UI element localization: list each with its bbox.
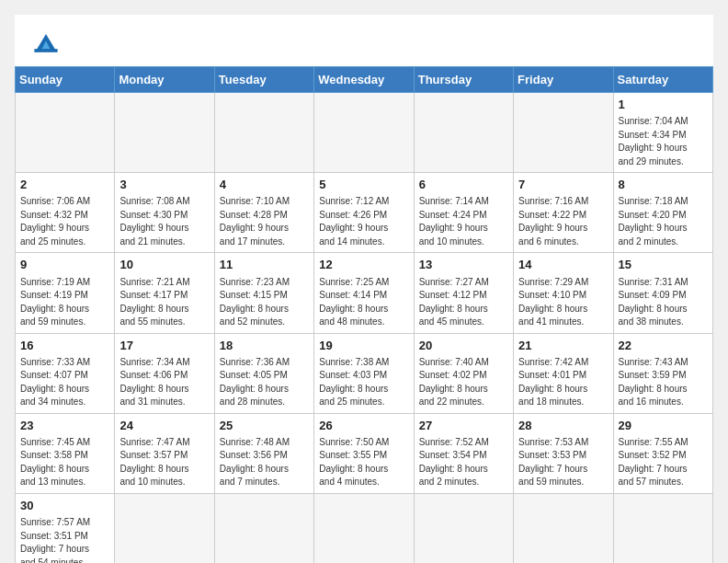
day-number: 4 (220, 177, 309, 193)
day-number: 29 (619, 418, 708, 434)
day-info: Sunrise: 7:06 AM Sunset: 4:32 PM Dayligh… (20, 195, 109, 248)
calendar-cell: 17Sunrise: 7:34 AM Sunset: 4:06 PM Dayli… (115, 333, 214, 413)
calendar-cell: 11Sunrise: 7:23 AM Sunset: 4:15 PM Dayli… (214, 253, 313, 333)
day-info: Sunrise: 7:52 AM Sunset: 3:54 PM Dayligh… (419, 436, 508, 489)
calendar-cell: 19Sunrise: 7:38 AM Sunset: 4:03 PM Dayli… (314, 333, 414, 413)
day-number: 11 (220, 257, 309, 273)
day-info: Sunrise: 7:43 AM Sunset: 3:59 PM Dayligh… (619, 356, 708, 409)
day-info: Sunrise: 7:21 AM Sunset: 4:17 PM Dayligh… (119, 276, 209, 329)
calendar-cell: 15Sunrise: 7:31 AM Sunset: 4:09 PM Dayli… (613, 253, 712, 333)
day-number: 1 (619, 97, 708, 113)
calendar-header-row: SundayMondayTuesdayWednesdayThursdayFrid… (16, 67, 713, 93)
weekday-header-thursday: Thursday (414, 67, 513, 93)
day-info: Sunrise: 7:27 AM Sunset: 4:12 PM Dayligh… (419, 276, 508, 329)
day-info: Sunrise: 7:31 AM Sunset: 4:09 PM Dayligh… (619, 276, 708, 329)
weekday-header-tuesday: Tuesday (214, 67, 313, 93)
day-info: Sunrise: 7:23 AM Sunset: 4:15 PM Dayligh… (220, 276, 309, 329)
day-info: Sunrise: 7:55 AM Sunset: 3:52 PM Dayligh… (619, 436, 708, 489)
day-number: 10 (119, 257, 209, 273)
calendar-cell (414, 93, 513, 173)
day-number: 8 (619, 177, 708, 193)
calendar-week-3: 9Sunrise: 7:19 AM Sunset: 4:19 PM Daylig… (16, 253, 713, 333)
calendar-cell: 21Sunrise: 7:42 AM Sunset: 4:01 PM Dayli… (514, 333, 613, 413)
calendar-cell (514, 493, 613, 563)
day-number: 20 (419, 338, 508, 354)
calendar-cell: 24Sunrise: 7:47 AM Sunset: 3:57 PM Dayli… (115, 413, 214, 493)
day-info: Sunrise: 7:57 AM Sunset: 3:51 PM Dayligh… (20, 516, 109, 563)
day-number: 13 (419, 257, 508, 273)
svg-rect-2 (34, 49, 57, 52)
calendar-cell (115, 493, 214, 563)
calendar-cell: 5Sunrise: 7:12 AM Sunset: 4:26 PM Daylig… (314, 173, 414, 253)
day-info: Sunrise: 7:36 AM Sunset: 4:05 PM Dayligh… (220, 356, 309, 409)
generalblue-logo-icon (29, 26, 63, 59)
day-number: 2 (20, 177, 109, 193)
weekday-header-saturday: Saturday (613, 67, 712, 93)
calendar-cell: 10Sunrise: 7:21 AM Sunset: 4:17 PM Dayli… (115, 253, 214, 333)
day-number: 22 (619, 338, 708, 354)
page: SundayMondayTuesdayWednesdayThursdayFrid… (15, 15, 713, 563)
calendar-cell: 13Sunrise: 7:27 AM Sunset: 4:12 PM Dayli… (414, 253, 513, 333)
day-number: 16 (20, 338, 109, 354)
day-number: 12 (319, 257, 408, 273)
day-number: 14 (518, 257, 608, 273)
weekday-header-sunday: Sunday (16, 67, 115, 93)
day-info: Sunrise: 7:33 AM Sunset: 4:07 PM Dayligh… (20, 356, 109, 409)
calendar-cell: 27Sunrise: 7:52 AM Sunset: 3:54 PM Dayli… (414, 413, 513, 493)
calendar-cell (514, 93, 613, 173)
day-number: 25 (220, 418, 309, 434)
day-number: 3 (119, 177, 209, 193)
calendar-cell: 25Sunrise: 7:48 AM Sunset: 3:56 PM Dayli… (214, 413, 313, 493)
day-info: Sunrise: 7:08 AM Sunset: 4:30 PM Dayligh… (119, 195, 209, 248)
calendar-cell: 23Sunrise: 7:45 AM Sunset: 3:58 PM Dayli… (16, 413, 115, 493)
calendar-cell: 22Sunrise: 7:43 AM Sunset: 3:59 PM Dayli… (613, 333, 712, 413)
day-info: Sunrise: 7:47 AM Sunset: 3:57 PM Dayligh… (119, 436, 209, 489)
calendar-cell: 18Sunrise: 7:36 AM Sunset: 4:05 PM Dayli… (214, 333, 313, 413)
calendar-table: SundayMondayTuesdayWednesdayThursdayFrid… (15, 66, 713, 563)
calendar-cell (214, 493, 313, 563)
calendar-cell: 14Sunrise: 7:29 AM Sunset: 4:10 PM Dayli… (514, 253, 613, 333)
calendar-cell: 4Sunrise: 7:10 AM Sunset: 4:28 PM Daylig… (214, 173, 313, 253)
calendar-cell (16, 93, 115, 173)
day-info: Sunrise: 7:16 AM Sunset: 4:22 PM Dayligh… (518, 195, 608, 248)
calendar-cell (414, 493, 513, 563)
day-number: 6 (419, 177, 508, 193)
day-number: 30 (20, 498, 109, 514)
header (15, 15, 713, 66)
day-number: 27 (419, 418, 508, 434)
day-number: 19 (319, 338, 408, 354)
calendar-cell: 6Sunrise: 7:14 AM Sunset: 4:24 PM Daylig… (414, 173, 513, 253)
calendar-cell: 8Sunrise: 7:18 AM Sunset: 4:20 PM Daylig… (613, 173, 712, 253)
calendar-week-1: 1Sunrise: 7:04 AM Sunset: 4:34 PM Daylig… (16, 93, 713, 173)
day-number: 28 (518, 418, 608, 434)
day-info: Sunrise: 7:04 AM Sunset: 4:34 PM Dayligh… (619, 115, 708, 168)
day-info: Sunrise: 7:19 AM Sunset: 4:19 PM Dayligh… (20, 276, 109, 329)
day-info: Sunrise: 7:25 AM Sunset: 4:14 PM Dayligh… (319, 276, 408, 329)
calendar-week-6: 30Sunrise: 7:57 AM Sunset: 3:51 PM Dayli… (16, 493, 713, 563)
day-number: 21 (518, 338, 608, 354)
calendar-cell (214, 93, 313, 173)
day-info: Sunrise: 7:18 AM Sunset: 4:20 PM Dayligh… (619, 195, 708, 248)
calendar-cell: 20Sunrise: 7:40 AM Sunset: 4:02 PM Dayli… (414, 333, 513, 413)
calendar-cell: 3Sunrise: 7:08 AM Sunset: 4:30 PM Daylig… (115, 173, 214, 253)
day-info: Sunrise: 7:38 AM Sunset: 4:03 PM Dayligh… (319, 356, 408, 409)
day-number: 18 (220, 338, 309, 354)
day-info: Sunrise: 7:48 AM Sunset: 3:56 PM Dayligh… (220, 436, 309, 489)
calendar-cell: 28Sunrise: 7:53 AM Sunset: 3:53 PM Dayli… (514, 413, 613, 493)
weekday-header-wednesday: Wednesday (314, 67, 414, 93)
calendar-cell: 9Sunrise: 7:19 AM Sunset: 4:19 PM Daylig… (16, 253, 115, 333)
day-info: Sunrise: 7:29 AM Sunset: 4:10 PM Dayligh… (518, 276, 608, 329)
day-info: Sunrise: 7:14 AM Sunset: 4:24 PM Dayligh… (419, 195, 508, 248)
calendar-cell (314, 493, 414, 563)
logo (29, 26, 68, 59)
calendar-cell: 16Sunrise: 7:33 AM Sunset: 4:07 PM Dayli… (16, 333, 115, 413)
day-number: 17 (119, 338, 209, 354)
calendar-cell: 1Sunrise: 7:04 AM Sunset: 4:34 PM Daylig… (613, 93, 712, 173)
day-info: Sunrise: 7:34 AM Sunset: 4:06 PM Dayligh… (119, 356, 209, 409)
day-info: Sunrise: 7:42 AM Sunset: 4:01 PM Dayligh… (518, 356, 608, 409)
day-number: 9 (20, 257, 109, 273)
calendar-cell: 26Sunrise: 7:50 AM Sunset: 3:55 PM Dayli… (314, 413, 414, 493)
day-info: Sunrise: 7:40 AM Sunset: 4:02 PM Dayligh… (419, 356, 508, 409)
calendar-week-5: 23Sunrise: 7:45 AM Sunset: 3:58 PM Dayli… (16, 413, 713, 493)
calendar-cell: 29Sunrise: 7:55 AM Sunset: 3:52 PM Dayli… (613, 413, 712, 493)
